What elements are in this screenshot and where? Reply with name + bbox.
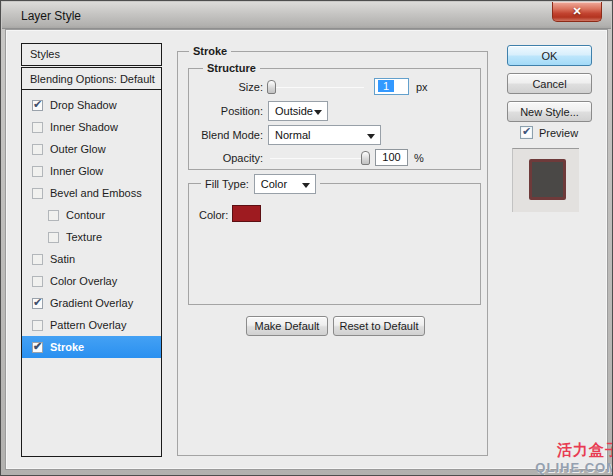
style-checkbox[interactable] [32,100,43,111]
sidebar-item-drop-shadow[interactable]: Drop Shadow [22,94,161,116]
preview-stroke-swatch [529,159,566,200]
sidebar-item-outer-glow[interactable]: Outer Glow [22,138,161,160]
stroke-panel: Stroke Structure Size: 1 px Position: Ou… [177,51,488,456]
structure-group: Structure Size: 1 px Position: Outside B… [188,68,481,170]
sidebar-item-label: Texture [66,231,102,243]
color-label: Color: [199,209,228,221]
stroke-panel-title: Stroke [189,45,231,58]
size-value: 1 [378,80,394,92]
watermark-cn: 活力盒子 [557,441,613,460]
style-items: Drop ShadowInner ShadowOuter GlowInner G… [22,90,161,358]
ok-button[interactable]: OK [507,45,592,66]
close-button[interactable]: ✕ [552,2,602,22]
sidebar-item-bevel-and-emboss[interactable]: Bevel and Emboss [22,182,161,204]
sidebar-item-texture[interactable]: Texture [22,226,161,248]
sidebar-item-stroke[interactable]: Stroke [22,336,161,358]
cancel-button[interactable]: Cancel [507,73,592,94]
fill-type-group: Fill Type: Color Color: [188,183,481,305]
fill-type-label: Fill Type: [205,178,249,191]
sidebar-item-inner-glow[interactable]: Inner Glow [22,160,161,182]
size-unit-label: px [416,81,428,93]
sidebar-item-label: Bevel and Emboss [50,187,142,199]
position-label: Position: [191,105,263,117]
sidebar-item-label: Satin [50,253,75,265]
titlebar[interactable]: Layer Style ✕ [2,2,611,29]
watermark-url: QLIHE.COM [535,460,613,475]
preview-checkbox[interactable] [520,126,533,139]
sidebar-item-label: Inner Shadow [50,121,118,133]
opacity-input[interactable]: 100 [375,149,408,166]
fill-color-swatch[interactable] [232,205,261,222]
sidebar-item-label: Drop Shadow [50,99,117,111]
blend-mode-label: Blend Mode: [191,129,263,141]
sidebar-item-gradient-overlay[interactable]: Gradient Overlay [22,292,161,314]
opacity-unit-label: % [414,152,424,164]
sidebar-item-label: Contour [66,209,105,221]
style-checkbox[interactable] [32,298,43,309]
size-input[interactable]: 1 [374,78,409,95]
style-checkbox[interactable] [32,320,43,331]
sidebar-item-pattern-overlay[interactable]: Pattern Overlay [22,314,161,336]
style-checkbox[interactable] [32,166,43,177]
fill-type-value: Color [261,178,287,190]
structure-title: Structure [203,62,260,75]
style-checkbox[interactable] [32,144,43,155]
style-preview-thumbnail [512,148,579,212]
blend-mode-value: Normal [275,129,310,141]
style-checkbox[interactable] [48,210,59,221]
sidebar-item-label: Inner Glow [50,165,103,177]
new-style-button[interactable]: New Style... [507,101,592,122]
blend-mode-dropdown[interactable]: Normal [268,125,381,145]
style-checkbox[interactable] [32,254,43,265]
preview-label: Preview [539,127,578,139]
style-checkbox[interactable] [48,232,59,243]
style-checkbox[interactable] [32,188,43,199]
styles-header: Styles [21,43,162,66]
reset-to-default-button[interactable]: Reset to Default [333,316,425,336]
sidebar-item-label: Color Overlay [50,275,117,287]
size-label: Size: [191,81,263,93]
sidebar-item-label: Stroke [50,341,84,353]
opacity-slider-thumb[interactable] [361,151,370,165]
style-checkbox[interactable] [32,276,43,287]
opacity-label: Opacity: [191,152,263,164]
position-dropdown[interactable]: Outside [268,101,328,121]
dialog-body: Styles Blending Options: Default Drop Sh… [5,29,608,470]
window-title: Layer Style [21,9,81,23]
sidebar-item-label: Pattern Overlay [50,319,126,331]
chevron-down-icon [302,183,310,192]
layer-style-dialog: Layer Style ✕ Styles Blending Options: D… [0,0,613,476]
sidebar-item-label: Gradient Overlay [50,297,133,309]
sidebar-item-label: Outer Glow [50,143,106,155]
fill-type-legend: Fill Type: Color [201,174,320,194]
sidebar-item-color-overlay[interactable]: Color Overlay [22,270,161,292]
sidebar-item-inner-shadow[interactable]: Inner Shadow [22,116,161,138]
fill-type-dropdown[interactable]: Color [254,174,316,194]
size-slider-thumb[interactable] [267,80,276,94]
size-slider-track[interactable] [269,87,364,88]
sidebar-item-blending-options[interactable]: Blending Options: Default [22,68,161,90]
sidebar-item-contour[interactable]: Contour [22,204,161,226]
chevron-down-icon [314,110,322,119]
sidebar-item-satin[interactable]: Satin [22,248,161,270]
opacity-slider-track[interactable] [270,158,370,159]
close-icon: ✕ [572,5,581,17]
position-value: Outside [275,105,313,117]
style-checkbox[interactable] [32,342,43,353]
make-default-button[interactable]: Make Default [246,316,328,336]
chevron-down-icon [367,134,375,143]
style-checkbox[interactable] [32,122,43,133]
styles-list: Blending Options: Default Drop ShadowInn… [21,67,162,457]
